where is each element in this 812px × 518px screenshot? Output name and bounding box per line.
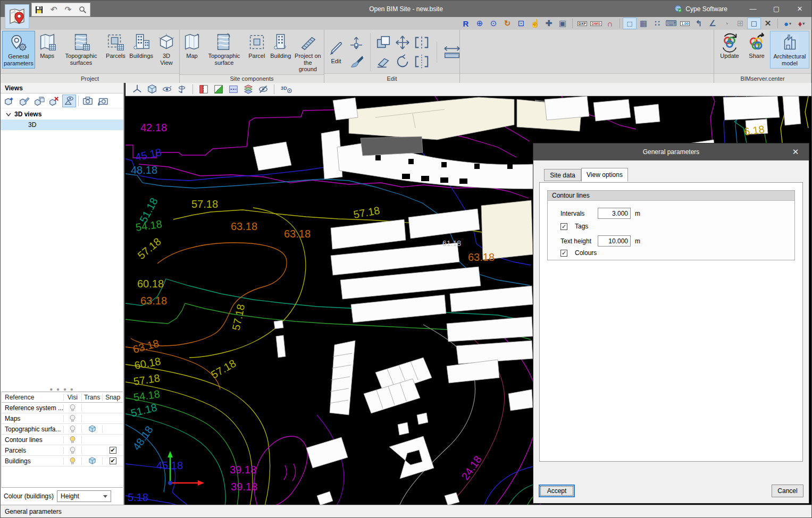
rotate-button[interactable] — [394, 53, 412, 71]
orbit-icon[interactable] — [161, 83, 173, 95]
edit-view-icon[interactable] — [18, 95, 31, 107]
close-button[interactable]: ✕ — [788, 1, 811, 17]
snap-grid-icon[interactable]: ∷ — [650, 18, 664, 29]
symmetry-move-button[interactable] — [413, 53, 431, 71]
measure-button[interactable] — [437, 41, 463, 63]
symmetry-copy-button[interactable] — [413, 33, 431, 52]
visibility-bulb-icon[interactable] — [69, 446, 77, 454]
selection-window-icon[interactable]: ⊞ — [733, 18, 747, 29]
turntable-icon[interactable] — [175, 83, 188, 95]
dimension-icon[interactable]: 1.00 — [678, 18, 692, 29]
col-transparent[interactable]: Trans — [82, 394, 103, 401]
isometric-view-icon[interactable] — [146, 83, 158, 95]
dialog-title-bar[interactable]: General parameters ✕ — [533, 143, 809, 160]
3d-view-button[interactable]: 3D View — [155, 31, 178, 67]
layers-icon[interactable] — [242, 83, 255, 95]
visibility-bulb-icon[interactable] — [69, 414, 77, 422]
topographic-surfaces-button[interactable]: Topographic surfaces — [60, 31, 103, 67]
assign-brush-button[interactable] — [347, 53, 365, 69]
pan-icon[interactable]: ☝ — [528, 18, 542, 29]
background-icon[interactable]: □ — [623, 18, 637, 29]
zoom-extents-icon[interactable]: ⊕ — [473, 18, 487, 29]
configuration-icon[interactable]: ✕ — [761, 18, 775, 29]
3d-settings-icon[interactable]: 3D — [279, 83, 295, 95]
add-view-icon[interactable] — [3, 95, 16, 107]
maps-button[interactable]: Maps — [36, 31, 58, 61]
web-icon[interactable]: ●▾ — [781, 18, 794, 29]
building-button[interactable]: Building — [269, 31, 292, 61]
save-icon[interactable] — [35, 6, 43, 14]
keyboard-entry-icon[interactable]: ⌨ — [664, 18, 678, 29]
snap-checkbox[interactable]: ✔ — [110, 457, 116, 464]
protractor-icon[interactable]: ◔ — [719, 18, 733, 29]
visibility-bulb-icon[interactable] — [69, 404, 77, 412]
table-row[interactable]: Maps — [2, 413, 123, 424]
regenerate-icon[interactable]: ↻ — [500, 18, 514, 29]
crop-icon[interactable]: ↰ — [692, 18, 706, 29]
move-view-icon[interactable]: ✚ — [542, 18, 556, 29]
table-row[interactable]: Topographic surfa... — [2, 424, 123, 435]
export-dwg-icon[interactable]: DWG — [589, 18, 603, 29]
snap-checkbox[interactable]: ✔ — [110, 447, 116, 454]
grid-icon[interactable]: ▦ — [637, 18, 650, 29]
help-icon[interactable]: ♦▾ — [794, 18, 808, 29]
cancel-button[interactable]: Cancel — [772, 485, 803, 497]
import-dxf-icon[interactable]: DXF — [575, 18, 589, 29]
share-button[interactable]: Share — [744, 31, 769, 61]
section-plane-icon[interactable] — [197, 83, 210, 95]
ortho-angle-icon[interactable]: ∠ — [706, 18, 719, 29]
tab-view-options[interactable]: View options — [581, 168, 628, 182]
table-row[interactable]: Buildings✔ — [2, 456, 123, 466]
redraw-icon[interactable]: R — [459, 18, 473, 29]
col-visible[interactable]: Visi — [64, 394, 82, 401]
visibility-bulb-icon[interactable] — [69, 457, 77, 465]
visibility-bulb-icon[interactable] — [69, 436, 77, 444]
redo-icon[interactable]: ↷ — [65, 5, 72, 14]
table-row[interactable]: Reference system ... — [2, 403, 123, 413]
text-height-input[interactable] — [598, 235, 631, 247]
visibility-bulb-icon[interactable] — [69, 425, 77, 433]
search-icon[interactable] — [79, 6, 87, 14]
minimize-button[interactable]: — — [741, 1, 765, 17]
map-button[interactable]: Map — [181, 31, 203, 61]
colours-checkbox[interactable]: ✓ — [560, 250, 567, 257]
tree-item-3d[interactable]: 3D — [1, 120, 123, 130]
hide-elements-icon[interactable] — [257, 83, 270, 95]
view-visibility-icon[interactable] — [62, 95, 76, 107]
snapshot-export-icon[interactable] — [96, 95, 110, 107]
zoom-window-icon[interactable]: ⊡ — [514, 18, 528, 29]
project-on-ground-button[interactable]: Project on the ground — [294, 31, 322, 74]
zoom-previous-icon[interactable]: ⊙ — [487, 18, 500, 29]
colour-buildings-select[interactable]: Height — [57, 490, 111, 502]
accept-button[interactable]: Accept — [539, 485, 575, 497]
delete-button[interactable] — [374, 53, 392, 71]
transparency-cube-icon[interactable] — [88, 425, 96, 433]
move-button[interactable] — [394, 33, 412, 52]
app-menu-button[interactable] — [5, 4, 29, 29]
tab-site-data[interactable]: Site data — [544, 169, 581, 181]
edit-nodes-button[interactable] — [347, 35, 365, 51]
update-button[interactable]: Update — [716, 31, 743, 61]
transparency-cube-icon[interactable] — [88, 457, 96, 465]
topographic-surface-button[interactable]: Topographic surface — [204, 31, 245, 67]
full-screen-icon[interactable]: ▣ — [556, 18, 570, 29]
parcel-button[interactable]: Parcel — [246, 31, 268, 61]
parcels-button[interactable]: Parcels — [104, 31, 128, 61]
maximize-button[interactable]: ▢ — [765, 1, 788, 17]
copy-button[interactable] — [374, 33, 392, 52]
duplicate-view-icon[interactable] — [32, 95, 46, 107]
tree-node-3d-views[interactable]: 3D views — [1, 108, 123, 120]
table-row[interactable]: Parcels✔ — [2, 445, 123, 456]
dialog-close-icon[interactable]: ✕ — [788, 143, 803, 160]
panel-splitter[interactable]: ● ● ● ● — [1, 386, 123, 392]
architectural-model-button[interactable]: Architectural model — [770, 31, 809, 69]
slope-view-icon[interactable] — [212, 83, 225, 95]
col-snap[interactable]: Snap — [103, 394, 123, 401]
edit-button[interactable]: Edit — [326, 38, 346, 66]
reference-axes-icon[interactable] — [131, 83, 144, 95]
undo-icon[interactable]: ↶ — [51, 5, 57, 14]
tags-checkbox[interactable]: ✓ — [560, 223, 567, 230]
buildings-button[interactable]: Buildings — [128, 31, 154, 61]
object-snap-icon[interactable]: ∩ — [603, 18, 617, 29]
delete-view-icon[interactable] — [47, 95, 61, 107]
